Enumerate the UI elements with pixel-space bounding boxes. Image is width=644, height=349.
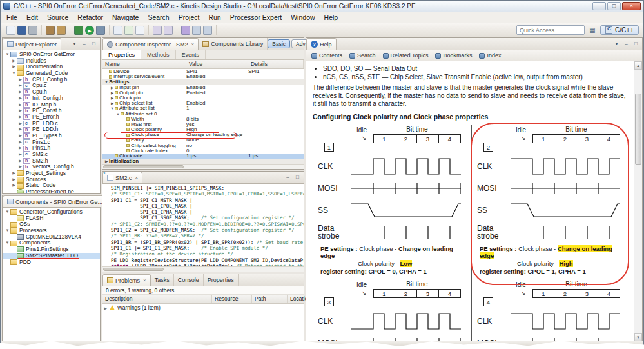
help-scrollbar[interactable]: ▲ ▼ bbox=[634, 61, 642, 341]
close-icon[interactable]: × bbox=[622, 2, 641, 10]
expand-arrow-icon[interactable]: ▶ bbox=[17, 133, 23, 139]
tab-sm2c[interactable]: SM2.c × bbox=[102, 172, 142, 183]
project-item-pe-types-h[interactable]: ▶PE_Types.h bbox=[3, 133, 100, 139]
run-icon[interactable]: ▶ bbox=[85, 26, 94, 35]
component-item-sm2-spimaster-ldd[interactable]: SM2:SPIMaster_LDD bbox=[3, 253, 100, 259]
project-item-spi0-onerror-geterror[interactable]: ▼SPI0 OnError GetError bbox=[3, 52, 100, 58]
maximize-view-icon[interactable]: □ bbox=[90, 40, 98, 48]
tab-events[interactable]: Events bbox=[176, 50, 206, 59]
maximize-view-icon[interactable]: □ bbox=[293, 174, 302, 182]
tab-project-explorer[interactable]: Project Explorer bbox=[3, 38, 61, 50]
menu-refactor[interactable]: Refactor bbox=[73, 13, 108, 22]
menu-navigate[interactable]: Navigate bbox=[108, 13, 143, 22]
expand-arrow-icon[interactable]: ▶ bbox=[17, 114, 23, 121]
debug-icon[interactable] bbox=[74, 26, 83, 35]
help-link-contents[interactable]: Contents bbox=[311, 52, 342, 59]
maximize-icon[interactable]: □ bbox=[607, 2, 621, 10]
expand-arrow-icon[interactable]: ▶ bbox=[17, 89, 23, 95]
new-c-file-icon[interactable] bbox=[113, 26, 122, 35]
project-item-cpu-config-h[interactable]: ▶CPU_Config.h bbox=[3, 77, 100, 83]
inspector-row[interactable]: MSB firstyes bbox=[102, 122, 304, 127]
minimize-icon[interactable]: – bbox=[592, 2, 606, 10]
column-header-description[interactable]: Description bbox=[102, 295, 212, 303]
collapse-arrow-icon[interactable]: ▼ bbox=[5, 209, 10, 215]
menu-run[interactable]: Run bbox=[204, 13, 225, 22]
scroll-up-icon[interactable]: ▲ bbox=[634, 61, 642, 70]
inspector-row[interactable]: Clock phaseChange on leading edge bbox=[102, 132, 304, 137]
menu-help[interactable]: Help bbox=[320, 13, 343, 22]
inspector-row[interactable]: ▶Clock pin bbox=[102, 95, 304, 101]
project-item-sm2-c[interactable]: ▶SM2.c bbox=[3, 152, 100, 158]
scrollbar-thumb[interactable] bbox=[103, 268, 164, 271]
horizontal-scrollbar[interactable] bbox=[102, 164, 304, 169]
tab-components-library[interactable]: Components Library bbox=[199, 38, 268, 50]
save-icon[interactable] bbox=[17, 26, 26, 35]
new-class-icon[interactable] bbox=[124, 26, 133, 35]
open-perspective-icon[interactable]: ▦ bbox=[588, 26, 597, 35]
expand-arrow-icon[interactable]: ▶ bbox=[17, 152, 23, 158]
expand-arrow-icon[interactable]: ▶ bbox=[17, 139, 23, 146]
close-icon[interactable]: × bbox=[143, 277, 146, 283]
warnings-group-row[interactable]: ▶ Warnings (1 item) bbox=[102, 304, 304, 312]
prev-annotation-icon[interactable] bbox=[153, 26, 162, 35]
expand-arrow-icon[interactable]: ▶ bbox=[110, 101, 115, 106]
minimize-view-icon[interactable]: – bbox=[80, 40, 88, 48]
inspector-row[interactable]: ParityNone bbox=[102, 137, 304, 143]
scrollbar-thumb[interactable] bbox=[635, 94, 641, 165]
help-link-search[interactable]: Search bbox=[349, 52, 376, 59]
help-link-index[interactable]: Index bbox=[479, 52, 501, 59]
tab-properties[interactable]: Properties bbox=[102, 50, 141, 59]
collapse-arrow-icon[interactable]: ▼ bbox=[5, 52, 10, 58]
expand-arrow-icon[interactable]: ▶ bbox=[110, 90, 115, 95]
tab-component-inspector[interactable]: Component Inspector - SM2 × bbox=[102, 38, 199, 50]
inspector-row[interactable]: Width8 bits bbox=[102, 117, 304, 122]
inspector-row[interactable]: ▶Input pinEnabled bbox=[102, 85, 304, 90]
inspector-row[interactable]: Clock rate index0 bbox=[102, 148, 304, 154]
tab-tasks[interactable]: Tasks bbox=[151, 274, 174, 286]
last-edit-icon[interactable] bbox=[181, 26, 190, 35]
expand-arrow-icon[interactable]: ▶ bbox=[11, 177, 17, 183]
tab-properties[interactable]: Properties bbox=[204, 274, 239, 286]
help-link-bookmarks[interactable]: Bookmarks bbox=[435, 52, 472, 59]
menu-processor-expert[interactable]: Processor Expert bbox=[226, 13, 287, 22]
inspector-row[interactable]: ▶Initialization bbox=[102, 159, 304, 164]
expand-arrow-icon[interactable]: ▶ bbox=[11, 170, 17, 177]
expand-arrow-icon[interactable]: ▶ bbox=[17, 95, 23, 102]
collapse-arrow-icon[interactable]: ▼ bbox=[115, 112, 121, 117]
collapse-arrow-icon[interactable]: ▼ bbox=[5, 240, 10, 246]
expand-arrow-icon[interactable]: ▶ bbox=[110, 85, 115, 90]
external-tools-icon[interactable] bbox=[96, 26, 105, 35]
component-item-generator-configurations[interactable]: ▼Generator_Configurations bbox=[3, 209, 100, 215]
inspector-row[interactable]: Chip select togglingno bbox=[102, 143, 304, 148]
code-editor[interactable]: SIM_PINSEL1 |= SIM_PINSEL1_SPI1PS_MASK; … bbox=[102, 184, 304, 266]
maximize-view-icon[interactable]: □ bbox=[632, 40, 640, 48]
collapse-arrow-icon[interactable]: ▼ bbox=[104, 79, 109, 85]
inspector-row[interactable]: ▶Output pinEnabled bbox=[102, 90, 304, 95]
minimize-view-icon[interactable]: – bbox=[284, 174, 292, 182]
close-icon[interactable]: × bbox=[135, 175, 139, 181]
expand-arrow-icon[interactable]: ▶ bbox=[11, 58, 17, 65]
view-menu-icon[interactable]: ▾ bbox=[70, 40, 79, 48]
component-item-flash[interactable]: FLASH bbox=[3, 215, 100, 222]
inspector-row[interactable]: Clock rate1 μs1 μs bbox=[102, 154, 304, 159]
next-annotation-icon[interactable] bbox=[164, 26, 173, 35]
tab-methods[interactable]: Methods bbox=[141, 50, 176, 59]
minimize-view-icon[interactable]: – bbox=[622, 40, 630, 48]
tab-problems[interactable]: Problems× bbox=[102, 274, 151, 286]
menu-file[interactable]: File bbox=[2, 13, 22, 22]
column-header-resource[interactable]: Resource bbox=[212, 295, 252, 303]
new-icon[interactable] bbox=[6, 26, 15, 35]
tab-console[interactable]: Console bbox=[174, 274, 204, 286]
expand-arrow-icon[interactable]: ▶ bbox=[17, 83, 23, 89]
column-header-name[interactable]: Name bbox=[102, 60, 186, 68]
expand-arrow-icon[interactable]: ▶ bbox=[11, 64, 17, 70]
project-item-pins1-h[interactable]: ▶Pins1.h bbox=[3, 145, 100, 152]
expand-arrow-icon[interactable]: ▶ bbox=[17, 145, 23, 152]
expand-arrow-icon[interactable]: ▶ bbox=[17, 108, 23, 114]
expand-arrow-icon[interactable]: ▶ bbox=[17, 121, 23, 127]
close-icon[interactable]: × bbox=[191, 41, 195, 47]
inspector-row[interactable]: ▼Attribute set 0 bbox=[102, 112, 304, 117]
view-menu-icon[interactable]: ▾ bbox=[612, 40, 621, 48]
search-icon[interactable] bbox=[135, 26, 144, 35]
project-item-cpu-c[interactable]: ▶Cpu.c bbox=[3, 83, 100, 89]
